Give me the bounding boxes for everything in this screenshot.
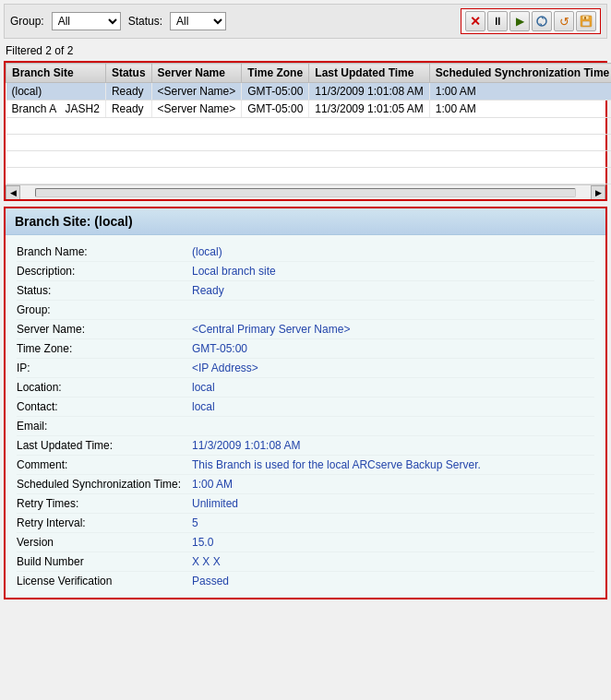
col-time-zone: Time Zone [242, 64, 309, 83]
cell-time-zone: GMT-05:00 [242, 83, 309, 101]
label-group: Group: [17, 303, 192, 316]
detail-row-last-updated: Last Updated Time: 11/3/2009 1:01:08 AM [17, 436, 594, 456]
scroll-left-button[interactable]: ◀ [6, 185, 20, 200]
detail-header: Branch Site: (local) [6, 208, 605, 235]
grid-panel: Branch Site Status Server Name Time Zone… [4, 61, 607, 201]
label-retry-interval: Retry Interval: [17, 516, 192, 529]
run-button[interactable]: ▶ [509, 11, 530, 31]
value-contact: local [192, 400, 594, 413]
save-button[interactable] [576, 11, 596, 31]
svg-rect-4 [584, 17, 586, 19]
horizontal-scrollbar[interactable]: ◀ ▶ [6, 184, 605, 199]
detail-row-status: Status: Ready [17, 281, 594, 301]
table-header-row: Branch Site Status Server Name Time Zone… [6, 64, 612, 83]
cell-time-zone: GMT-05:00 [242, 101, 309, 118]
label-scheduled-sync: Scheduled Synchronization Time: [17, 478, 192, 491]
label-email: Email: [17, 420, 192, 433]
label-version: Version [17, 536, 192, 549]
cell-server-name: <Server Name> [151, 83, 242, 101]
detail-row-version: Version 15.0 [17, 533, 594, 552]
col-status: Status [105, 64, 151, 83]
label-branch-name: Branch Name: [17, 245, 192, 258]
cell-server-name: <Server Name> [151, 101, 242, 118]
label-location: Location: [17, 381, 192, 394]
main-container: Group: All Branch 4 Status: All Ready Er… [0, 0, 611, 603]
pause-button[interactable]: ⏸ [487, 11, 508, 31]
value-last-updated: 11/3/2009 1:01:08 AM [192, 439, 594, 452]
label-server-name: Server Name: [17, 323, 192, 336]
sync-icon [535, 15, 548, 28]
detail-row-server-name: Server Name: <Central Primary Server Nam… [17, 320, 594, 339]
refresh-button[interactable]: ↺ [554, 11, 574, 31]
col-server-name: Server Name [151, 64, 242, 83]
detail-row-group: Group: [17, 301, 594, 320]
detail-row-license-verification: License Verification Passed [17, 572, 594, 590]
label-comment: Comment: [17, 458, 192, 471]
value-group [192, 303, 594, 316]
table-row[interactable]: Branch A JASH2 Ready <Server Name> GMT-0… [6, 101, 612, 118]
scroll-track[interactable] [35, 188, 576, 197]
group-label: Group: [10, 15, 44, 28]
cell-status: Ready [105, 83, 151, 101]
branch-table: Branch Site Status Server Name Time Zone… [6, 63, 611, 184]
table-row[interactable]: (local) Ready <Server Name> GMT-05:00 11… [6, 83, 612, 101]
table-row-empty [6, 118, 612, 135]
cell-last-updated: 11/3/2009 1:01:05 AM [309, 101, 429, 118]
detail-row-scheduled-sync: Scheduled Synchronization Time: 1:00 AM [17, 475, 594, 494]
detail-row-location: Location: local [17, 378, 594, 397]
stop-button[interactable]: ✕ [465, 11, 485, 31]
value-email [192, 420, 594, 433]
label-build-number: Build Number [17, 555, 192, 568]
detail-row-ip: IP: <IP Address> [17, 359, 594, 378]
detail-panel: Branch Site: (local) Branch Name: (local… [4, 207, 607, 599]
value-server-name: <Central Primary Server Name> [192, 323, 594, 336]
sync-button[interactable] [532, 11, 552, 31]
table-row-empty [6, 135, 612, 151]
label-license-verification: License Verification [17, 575, 192, 587]
label-ip: IP: [17, 362, 192, 374]
label-contact: Contact: [17, 400, 192, 413]
status-label: Status: [128, 15, 162, 28]
label-time-zone: Time Zone: [17, 342, 192, 355]
svg-rect-3 [582, 21, 590, 26]
value-time-zone: GMT-05:00 [192, 342, 594, 355]
save-icon [580, 15, 593, 28]
value-retry-interval: 5 [192, 516, 594, 529]
cell-status: Ready [105, 101, 151, 118]
value-retry-times: Unlimited [192, 497, 594, 510]
status-select[interactable]: All Ready Error [170, 12, 226, 30]
detail-row-comment: Comment: This Branch is used for the loc… [17, 456, 594, 475]
detail-row-branch-name: Branch Name: (local) [17, 243, 594, 262]
label-retry-times: Retry Times: [17, 497, 192, 510]
detail-body: Branch Name: (local) Description: Local … [6, 235, 605, 598]
detail-row-email: Email: [17, 417, 594, 436]
cell-branch-site: (local) [6, 83, 106, 101]
cell-scheduled-sync: 1:00 AM [429, 101, 611, 118]
group-select[interactable]: All Branch 4 [52, 12, 121, 30]
table-row-empty [6, 168, 612, 184]
label-status: Status: [17, 284, 192, 297]
value-scheduled-sync: 1:00 AM [192, 478, 594, 491]
value-build-number: X X X [192, 555, 594, 568]
col-branch-site: Branch Site [6, 64, 106, 83]
detail-row-time-zone: Time Zone: GMT-05:00 [17, 339, 594, 359]
detail-row-description: Description: Local branch site [17, 262, 594, 281]
value-branch-name: (local) [192, 245, 594, 258]
col-last-updated: Last Updated Time [309, 64, 429, 83]
value-description: Local branch site [192, 265, 594, 278]
toolbar-left: Group: All Branch 4 Status: All Ready Er… [10, 12, 226, 30]
detail-row-retry-interval: Retry Interval: 5 [17, 514, 594, 533]
detail-row-retry-times: Retry Times: Unlimited [17, 494, 594, 514]
cell-scheduled-sync: 1:00 AM [429, 83, 611, 101]
value-status: Ready [192, 284, 594, 297]
value-comment: This Branch is used for the local ARCser… [192, 458, 594, 471]
col-scheduled-sync: Scheduled Synchronization Time [429, 64, 611, 83]
detail-row-contact: Contact: local [17, 397, 594, 417]
table-row-empty [6, 151, 612, 168]
cell-branch-site: Branch A JASH2 [6, 101, 106, 118]
cell-last-updated: 11/3/2009 1:01:08 AM [309, 83, 429, 101]
toolbar: Group: All Branch 4 Status: All Ready Er… [4, 4, 607, 39]
scroll-right-button[interactable]: ▶ [591, 185, 605, 200]
detail-row-build-number: Build Number X X X [17, 552, 594, 572]
value-version: 15.0 [192, 536, 594, 549]
